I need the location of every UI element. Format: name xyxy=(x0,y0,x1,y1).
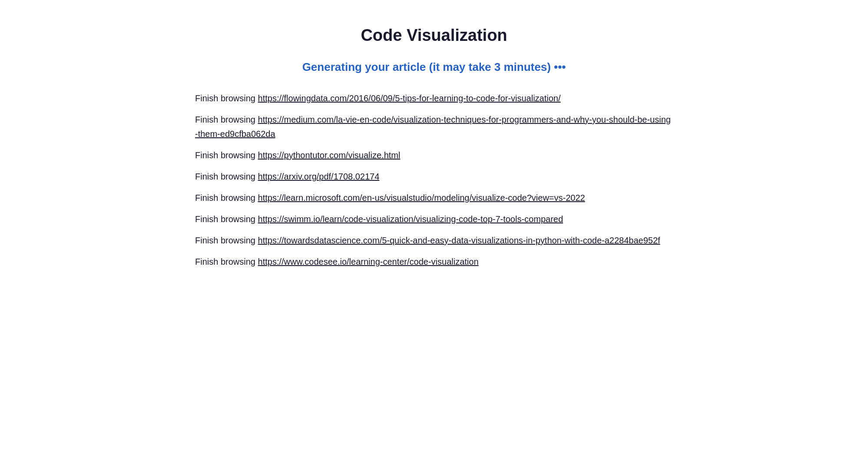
browse-item: Finish browsing https://towardsdatascien… xyxy=(195,233,673,248)
browse-link[interactable]: https://arxiv.org/pdf/1708.02174 xyxy=(258,172,380,181)
page-title: Code Visualization xyxy=(195,26,673,45)
browse-link[interactable]: https://towardsdatascience.com/5-quick-a… xyxy=(258,236,660,245)
browse-item: Finish browsing https://swimm.io/learn/c… xyxy=(195,212,673,226)
browse-link[interactable]: https://swimm.io/learn/code-visualizatio… xyxy=(258,214,563,224)
generating-status: Generating your article (it may take 3 m… xyxy=(195,60,673,74)
browse-item: Finish browsing https://learn.microsoft.… xyxy=(195,191,673,205)
browse-item: Finish browsing https://medium.com/la-vi… xyxy=(195,113,673,141)
main-container: Code Visualization Generating your artic… xyxy=(195,26,673,433)
browse-link[interactable]: https://pythontutor.com/visualize.html xyxy=(258,150,401,160)
browse-item: Finish browsing https://www.codesee.io/l… xyxy=(195,255,673,269)
browse-item: Finish browsing https://arxiv.org/pdf/17… xyxy=(195,170,673,184)
browse-link[interactable]: https://www.codesee.io/learning-center/c… xyxy=(258,257,479,266)
browse-list: Finish browsing https://flowingdata.com/… xyxy=(195,91,673,269)
browse-link[interactable]: https://flowingdata.com/2016/06/09/5-tip… xyxy=(258,93,561,103)
browse-link[interactable]: https://medium.com/la-vie-en-code/visual… xyxy=(195,115,671,139)
browse-link[interactable]: https://learn.microsoft.com/en-us/visual… xyxy=(258,193,585,203)
browse-item: Finish browsing https://pythontutor.com/… xyxy=(195,148,673,163)
browse-item: Finish browsing https://flowingdata.com/… xyxy=(195,91,673,106)
